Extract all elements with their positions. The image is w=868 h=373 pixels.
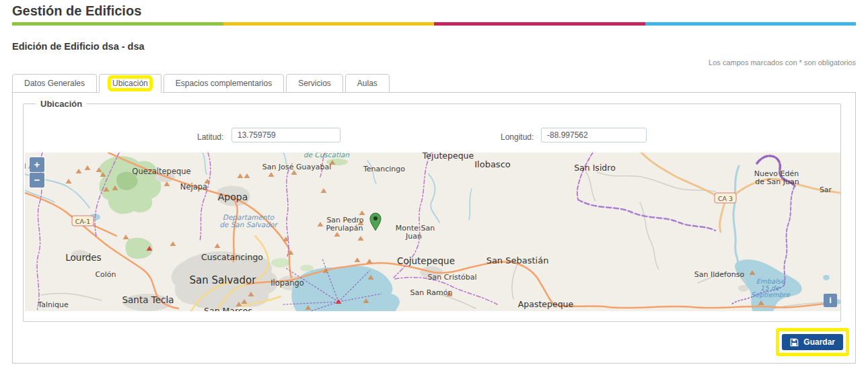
highlight-box: Guardar: [776, 328, 849, 356]
svg-text:Perulapán: Perulapán: [326, 224, 363, 233]
svg-text:Santa Tecla: Santa Tecla: [122, 294, 174, 305]
accent-bar-segment: [434, 22, 645, 26]
accent-bar-segment: [645, 22, 857, 26]
svg-text:Ilopango: Ilopango: [270, 278, 304, 288]
accent-bar: [12, 22, 856, 26]
map-attribution-button[interactable]: i: [824, 294, 837, 307]
tab-ubicacion[interactable]: Ubicación: [99, 74, 161, 93]
svg-text:Lourdes: Lourdes: [65, 252, 101, 263]
longitude-input[interactable]: [541, 128, 647, 142]
zoom-in-button[interactable]: +: [30, 157, 44, 172]
svg-text:Tejutepeque: Tejutepeque: [422, 153, 474, 161]
tab-bar: Datos GeneralesUbicaciónEspacios complem…: [12, 74, 390, 93]
zoom-out-button[interactable]: −: [30, 173, 44, 188]
tab-label: Espacios complementarios: [176, 79, 272, 88]
svg-text:de Cuscatlán: de Cuscatlán: [303, 153, 350, 159]
svg-text:San Salvador: San Salvador: [190, 274, 257, 286]
svg-text:de San Juan: de San Juan: [755, 177, 799, 186]
svg-text:Apastepeque: Apastepeque: [518, 299, 574, 309]
svg-text:San Ildefonso: San Ildefonso: [694, 270, 745, 279]
svg-text:CA 3: CA 3: [718, 195, 733, 202]
latitude-label: Latitud:: [197, 132, 223, 142]
tab-label: Ubicación: [111, 79, 149, 88]
map-svg: CA-1CA 3d ArceQuezaltepequeNejapaApopaSa…: [25, 153, 840, 311]
svg-text:Ilobasco: Ilobasco: [474, 159, 511, 169]
svg-text:Cuscatancingo: Cuscatancingo: [201, 252, 263, 262]
tab-aulas[interactable]: Aulas: [345, 74, 390, 93]
tab-content-panel: Ubicación Latitud: Longitud: CA-1CA 3d A…: [12, 92, 856, 364]
svg-text:Colón: Colón: [95, 270, 116, 279]
svg-text:San Marcos: San Marcos: [204, 306, 252, 311]
svg-text:San Sebastián: San Sebastián: [486, 255, 549, 265]
svg-text:Quezaltepeque: Quezaltepeque: [132, 167, 190, 176]
svg-text:San Ramón: San Ramón: [410, 288, 453, 297]
page-title: Gestión de Edificios: [12, 3, 141, 19]
svg-text:Apopa: Apopa: [218, 192, 248, 202]
svg-text:San Isidro: San Isidro: [574, 163, 616, 173]
accent-bar-segment: [223, 22, 435, 26]
tab-label: Servicios: [298, 79, 331, 88]
fieldset-legend: Ubicación: [36, 99, 87, 109]
svg-text:de San Salvador: de San Salvador: [219, 220, 278, 229]
accent-bar-segment: [12, 22, 223, 26]
save-button[interactable]: Guardar: [782, 334, 843, 350]
latitude-input[interactable]: [231, 128, 340, 142]
map-canvas[interactable]: CA-1CA 3d ArceQuezaltepequeNejapaApopaSa…: [25, 153, 840, 311]
page-subtitle: Edición de Edificio dsa - dsa: [12, 41, 145, 52]
svg-text:San José Guayabal: San José Guayabal: [262, 163, 331, 171]
svg-text:Tenancingo: Tenancingo: [363, 165, 405, 173]
tab-label: Aulas: [357, 79, 377, 88]
svg-text:Nejapa: Nejapa: [180, 182, 207, 192]
map-zoom-control: + −: [28, 156, 46, 189]
svg-text:Cojutepeque: Cojutepeque: [397, 255, 455, 266]
svg-text:CA-1: CA-1: [75, 218, 90, 225]
tab-servicios[interactable]: Servicios: [286, 74, 343, 93]
svg-text:Talnique: Talnique: [37, 300, 69, 309]
save-button-label: Guardar: [803, 337, 835, 347]
save-icon: [790, 338, 799, 347]
tab-label: Datos Generales: [24, 79, 85, 88]
svg-text:San Cristóbal: San Cristóbal: [427, 273, 476, 282]
svg-text:Septiembre: Septiembre: [751, 291, 791, 299]
tab-datos-generales[interactable]: Datos Generales: [12, 74, 97, 93]
svg-text:Sar: Sar: [820, 185, 832, 194]
longitude-label: Longitud:: [501, 132, 534, 142]
tab-espacios-complementarios[interactable]: Espacios complementarios: [164, 74, 284, 93]
svg-text:Juan: Juan: [405, 232, 422, 241]
required-fields-note: Los campos marcados con * son obligatori…: [709, 58, 856, 67]
